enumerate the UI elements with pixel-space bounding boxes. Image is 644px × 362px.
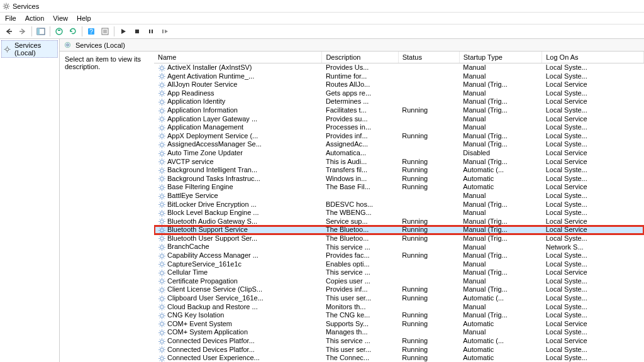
help-button[interactable]: ?	[85, 25, 97, 38]
service-row[interactable]: Application ManagementProcesses in...Man…	[154, 123, 644, 132]
service-row[interactable]: Block Level Backup Engine ...The WBENG..…	[154, 209, 644, 217]
service-name-cell: Block Level Backup Engine ...	[154, 209, 322, 217]
gear-icon	[158, 89, 166, 97]
service-row[interactable]: BranchCacheThis service ...ManualNetwork…	[154, 243, 644, 251]
service-startup-cell: Manual (Trig...	[459, 217, 541, 226]
content-pane: Services (Local) Select an item to view …	[60, 39, 644, 362]
services-gear-icon	[3, 3, 10, 10]
menu-action[interactable]: Action	[25, 14, 45, 22]
service-name: Cloud Backup and Restore ...	[167, 303, 258, 310]
restart-service-button[interactable]	[158, 25, 171, 38]
service-row[interactable]: Connected Devices Platfor...This service…	[154, 337, 644, 346]
service-row[interactable]: COM+ System ApplicationManages th...Manu…	[154, 328, 644, 337]
svg-line-207	[160, 232, 160, 233]
service-desc-cell: Routes AllJo...	[322, 80, 398, 89]
service-status-cell	[398, 268, 459, 277]
service-name: BranchCache	[167, 243, 209, 250]
service-desc-cell: This service ...	[322, 337, 398, 346]
service-startup-cell: Manual (Trig...	[459, 106, 541, 115]
service-name: App Readiness	[167, 89, 214, 97]
service-row[interactable]: Bluetooth Support ServiceThe Bluetoo...R…	[154, 226, 644, 234]
service-row[interactable]: Background Tasks Infrastruc...Windows in…	[154, 175, 644, 184]
service-status-cell	[398, 80, 459, 89]
svg-line-170	[164, 198, 164, 199]
service-name-cell: Certificate Propagation	[154, 277, 322, 286]
service-row[interactable]: Bluetooth User Support Ser...The Bluetoo…	[154, 234, 644, 243]
svg-point-326	[160, 348, 164, 351]
service-row[interactable]: AppX Deployment Service (...Provides inf…	[154, 132, 644, 141]
service-row[interactable]: Cloud Backup and Restore ...Monitors th.…	[154, 303, 644, 312]
column-header-description[interactable]: Description	[322, 52, 398, 63]
service-row[interactable]: BitLocker Drive Encryption ...BDESVC hos…	[154, 200, 644, 209]
gear-icon	[158, 132, 166, 140]
service-startup-cell: Manual (Trig...	[459, 132, 541, 141]
service-row[interactable]: Connected Devices Platfor...This user se…	[154, 346, 644, 354]
service-row[interactable]: AssignedAccessManager Se...AssignedAc...…	[154, 140, 644, 149]
stop-service-button[interactable]	[131, 25, 143, 38]
service-desc-cell: Windows in...	[322, 175, 398, 184]
show-hide-tree-button[interactable]	[35, 25, 47, 38]
service-row[interactable]: Capability Access Manager ...Provides fa…	[154, 251, 644, 260]
console-tree[interactable]: Services (Local)	[0, 39, 60, 362]
service-name-cell: Clipboard User Service_161e...	[154, 294, 322, 303]
tree-item-services-local[interactable]: Services (Local)	[1, 40, 58, 58]
svg-line-7	[4, 8, 4, 8]
service-row[interactable]: Application IdentityDetermines ...Manual…	[154, 97, 644, 106]
service-row[interactable]: Bluetooth Audio Gateway S...Service sup.…	[154, 217, 644, 226]
service-desc-cell: Facilitates t...	[322, 106, 398, 115]
properties-button[interactable]	[99, 25, 111, 38]
service-row[interactable]: App ReadinessGets apps re...ManualLocal …	[154, 89, 644, 98]
gear-icon	[3, 45, 11, 53]
service-row[interactable]: Background Intelligent Tran...Transfers …	[154, 166, 644, 175]
pause-service-button[interactable]	[145, 25, 157, 38]
export-list-button[interactable]	[53, 25, 65, 38]
service-row[interactable]: COM+ Event SystemSupports Sy...RunningAu…	[154, 320, 644, 329]
svg-line-250	[160, 271, 160, 272]
service-row[interactable]: Certificate PropagationCopies user ...Ma…	[154, 277, 644, 286]
forward-button[interactable]	[16, 25, 29, 38]
svg-point-182	[160, 212, 164, 215]
service-row[interactable]: Agent Activation Runtime_...Runtime for.…	[154, 72, 644, 81]
column-header-logon[interactable]: Log On As	[542, 52, 644, 63]
refresh-button[interactable]	[67, 25, 79, 38]
service-name-cell: Base Filtering Engine	[154, 183, 322, 192]
column-header-status[interactable]: Status	[398, 52, 459, 63]
svg-point-335	[160, 357, 164, 360]
service-logon-cell: Local Service	[542, 115, 644, 124]
service-row[interactable]: AllJoyn Router ServiceRoutes AllJo...Man…	[154, 80, 644, 89]
svg-line-307	[164, 322, 164, 322]
svg-line-313	[160, 331, 160, 331]
svg-line-215	[164, 241, 164, 241]
service-row[interactable]: Clipboard User Service_161e...This user …	[154, 294, 644, 303]
start-service-button[interactable]	[117, 25, 130, 38]
column-header-startup[interactable]: Startup Type	[459, 52, 541, 63]
service-row[interactable]: Cellular TimeThis service ...Manual (Tri…	[154, 268, 644, 277]
service-desc-cell: The Bluetoo...	[322, 234, 398, 243]
service-row[interactable]: Application Layer Gateway ...Provides su…	[154, 115, 644, 124]
service-row[interactable]: CaptureService_161e1cEnables opti...Manu…	[154, 260, 644, 269]
service-row[interactable]: BattlEye ServiceManualLocal Syste...	[154, 192, 644, 200]
column-header-name[interactable]: Name	[154, 52, 322, 63]
service-row[interactable]: Application InformationFacilitates t...R…	[154, 106, 644, 115]
services-list[interactable]: Name Description Status Startup Type Log…	[154, 52, 644, 362]
back-button[interactable]	[3, 25, 15, 38]
gear-icon	[158, 81, 166, 89]
service-row[interactable]: Client License Service (ClipS...Provides…	[154, 285, 644, 294]
service-logon-cell: Local Syste...	[542, 140, 644, 149]
service-startup-cell: Manual	[459, 192, 541, 200]
service-row[interactable]: Auto Time Zone UpdaterAutomatica...Disab…	[154, 149, 644, 158]
service-row[interactable]: Base Filtering EngineThe Base Fil...Runn…	[154, 183, 644, 192]
service-name-cell: COM+ Event System	[154, 320, 322, 329]
menu-help[interactable]: Help	[77, 14, 91, 22]
menu-view[interactable]: View	[53, 14, 68, 22]
service-status-cell: Running	[398, 166, 459, 175]
svg-line-224	[164, 249, 164, 250]
service-row[interactable]: AVCTP serviceThis is Audi...RunningManua…	[154, 158, 644, 167]
service-row[interactable]: CNG Key IsolationThe CNG ke...RunningMan…	[154, 311, 644, 320]
service-row[interactable]: Connected User Experience...The Connec..…	[154, 354, 644, 362]
svg-line-34	[160, 65, 160, 66]
service-row[interactable]: ActiveX Installer (AxInstSV)Provides Us.…	[154, 63, 644, 72]
svg-line-127	[164, 151, 164, 151]
menu-file[interactable]: File	[5, 14, 16, 22]
svg-line-286	[160, 305, 160, 305]
